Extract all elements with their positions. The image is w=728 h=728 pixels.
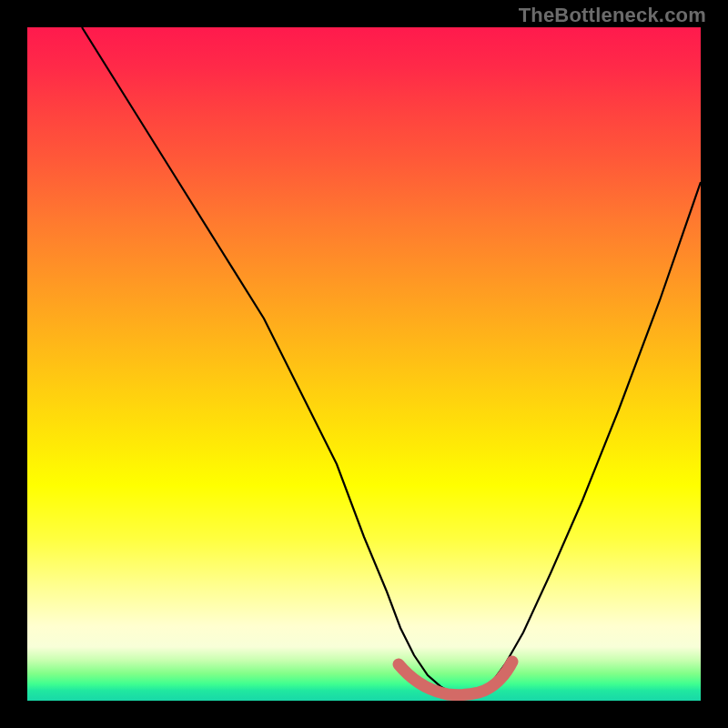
chart-frame: TheBottleneck.com <box>0 0 728 728</box>
plot-area <box>27 27 701 701</box>
watermark-text: TheBottleneck.com <box>519 4 706 27</box>
optimal-zone-marker <box>27 27 701 701</box>
